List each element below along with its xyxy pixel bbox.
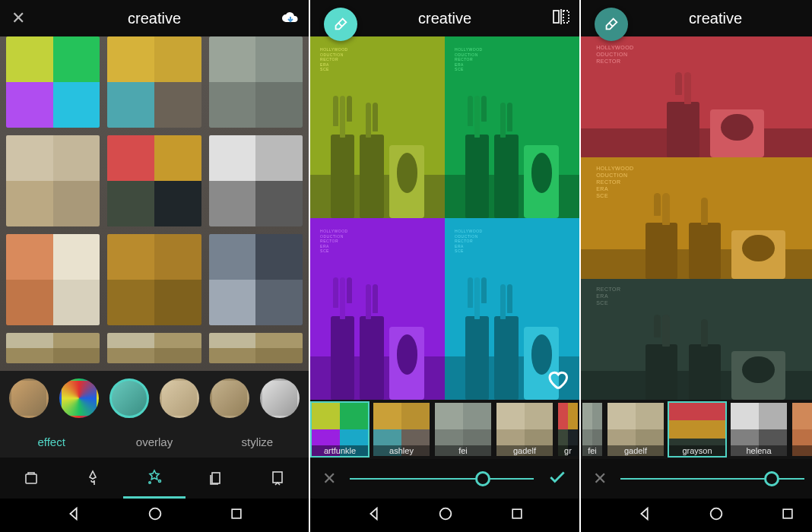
filter-grayson[interactable]: grayson (107, 135, 201, 226)
filter-jinx[interactable]: jinx (6, 234, 100, 325)
strip-artfunkle[interactable]: artfunkle (310, 401, 370, 458)
tool-effects[interactable] (123, 458, 185, 499)
strip-more[interactable]: gr (557, 401, 579, 458)
favorite-button[interactable] (546, 368, 569, 391)
filter-more[interactable] (6, 333, 100, 363)
nav-recent[interactable] (229, 506, 244, 524)
tab-stylize[interactable]: stylize (206, 426, 309, 458)
strip-ashley[interactable]: ashley (372, 401, 431, 458)
cloud-sync-button[interactable] (272, 11, 309, 26)
strip-gadelf[interactable]: gadelf (606, 401, 665, 458)
variant-2[interactable] (59, 378, 99, 418)
cancel-button[interactable]: ✕ (322, 469, 336, 489)
nav-recent[interactable] (780, 506, 795, 524)
strip-jinx[interactable]: jinx (791, 401, 812, 458)
pane-gallery: ✕ creative artfunkle ashley fei gadelf g… (0, 0, 309, 532)
filter-more[interactable] (209, 333, 303, 363)
compare-icon (552, 8, 570, 28)
filter-strip[interactable]: fei gadelf grayson helena jinx (581, 400, 812, 459)
tool-layers[interactable] (186, 458, 247, 499)
strip-grayson[interactable]: grayson (668, 401, 727, 458)
svg-rect-6 (232, 509, 241, 518)
page-title: creative (36, 10, 272, 27)
filter-grid[interactable]: artfunkle ashley fei gadelf grayson hele… (0, 36, 309, 371)
tool-brush[interactable] (62, 458, 123, 499)
strip-fei[interactable]: fei (581, 401, 604, 458)
filter-more[interactable] (107, 333, 201, 363)
variant-4[interactable] (160, 378, 199, 418)
close-icon: ✕ (11, 8, 25, 28)
filter-ashley[interactable]: ashley (107, 36, 201, 128)
close-button[interactable]: ✕ (0, 8, 36, 28)
android-navbar (310, 499, 579, 532)
compare-button[interactable] (543, 8, 579, 28)
strip-helena[interactable]: helena (729, 401, 788, 458)
pane-preview-tri: creative HOLLYWOODODUCTIONRECTOR HOLLYWO… (579, 0, 812, 532)
cloud-download-icon (281, 11, 300, 26)
svg-rect-10 (512, 509, 522, 518)
tool-transform[interactable] (247, 458, 309, 499)
svg-rect-7 (553, 11, 559, 23)
intensity-row: ✕ (310, 459, 579, 499)
filter-strip[interactable]: artfunkle ashley fei gadelf gr (310, 400, 579, 459)
svg-rect-4 (273, 472, 282, 483)
eraser-button[interactable] (324, 8, 357, 41)
nav-home[interactable] (147, 505, 163, 525)
tool-crop[interactable] (0, 458, 62, 499)
android-navbar (0, 499, 309, 532)
filter-kim[interactable]: kim (107, 234, 201, 325)
page-title: creative (617, 10, 812, 27)
svg-rect-0 (26, 474, 36, 483)
intensity-row: ✕ (581, 459, 812, 499)
nav-home[interactable] (437, 505, 454, 525)
bottom-toolbar (0, 458, 309, 499)
intensity-slider[interactable] (620, 478, 804, 480)
variant-1[interactable] (9, 378, 49, 418)
mode-tabs: effect overlay stylize (0, 426, 309, 458)
page-title: creative (347, 10, 543, 27)
nav-recent[interactable] (509, 506, 525, 524)
filter-helena[interactable]: helena (209, 135, 303, 226)
variant-5[interactable] (210, 378, 249, 418)
strip-fei[interactable]: fei (433, 401, 493, 458)
svg-point-2 (149, 481, 151, 483)
android-navbar (581, 499, 812, 532)
svg-rect-8 (563, 11, 569, 23)
svg-point-1 (159, 480, 161, 482)
svg-point-13 (711, 508, 722, 520)
cancel-button[interactable]: ✕ (593, 469, 607, 489)
pane-preview-quad: creative HOLLYWOODODUCTIONRECTORERASCE H… (309, 0, 579, 532)
variant-6[interactable] (260, 378, 300, 418)
filter-fei[interactable]: fei (209, 36, 303, 128)
header: ✕ creative (0, 0, 309, 36)
strip-gadelf[interactable]: gadelf (495, 401, 554, 458)
svg-rect-14 (783, 509, 792, 518)
tab-overlay[interactable]: overlay (103, 426, 205, 458)
nav-back[interactable] (65, 505, 82, 525)
nav-back[interactable] (636, 505, 653, 525)
eraser-button[interactable] (595, 8, 628, 41)
apply-button[interactable] (547, 467, 567, 490)
svg-point-9 (440, 508, 452, 520)
variant-carousel[interactable] (0, 371, 309, 426)
tab-effect[interactable]: effect (0, 426, 103, 458)
filter-max[interactable]: max (209, 234, 303, 325)
preview-canvas[interactable]: HOLLYWOODODUCTIONRECTORERASCE HOLLYWOODO… (310, 36, 579, 400)
svg-point-5 (150, 508, 161, 520)
filter-gadelf[interactable]: gadelf (6, 135, 100, 226)
intensity-slider[interactable] (350, 478, 534, 480)
nav-back[interactable] (366, 505, 382, 525)
filter-artfunkle[interactable]: artfunkle (6, 36, 100, 128)
variant-3[interactable] (109, 378, 149, 418)
svg-rect-3 (212, 473, 220, 483)
nav-home[interactable] (708, 505, 725, 525)
preview-canvas[interactable]: HOLLYWOODODUCTIONRECTOR HOLLYWOODODUCTIO… (581, 36, 812, 400)
